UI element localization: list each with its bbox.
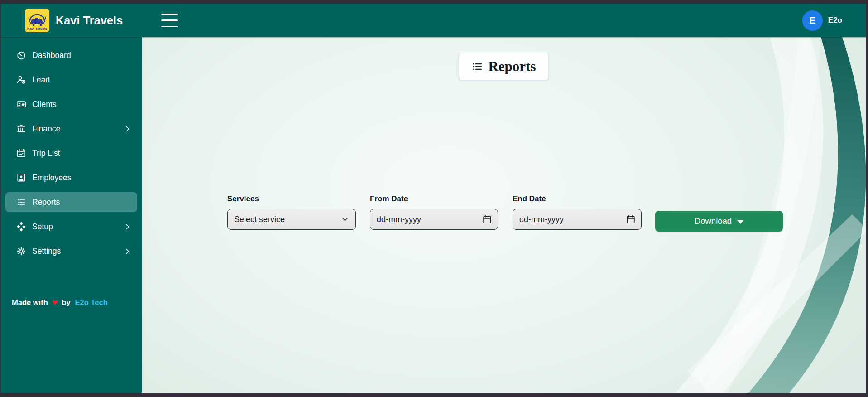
sidebar-item-label: Clients bbox=[32, 100, 57, 109]
download-button[interactable]: Download bbox=[655, 211, 783, 232]
bank-icon bbox=[16, 124, 26, 134]
sidebar-item-label: Trip List bbox=[32, 149, 60, 158]
brand-title: Kavi Travels bbox=[56, 14, 123, 27]
sidebar-item-setup[interactable]: Setup bbox=[5, 217, 137, 237]
topbar: Kavi Travels Kavi Travels E E2o bbox=[1, 4, 866, 37]
services-select[interactable]: Select service bbox=[227, 209, 356, 230]
chevron-right-icon bbox=[124, 248, 131, 255]
main-content: Reports Services Select service From Dat… bbox=[142, 37, 866, 393]
sidebar-item-label: Setup bbox=[32, 222, 53, 232]
caret-down-icon bbox=[737, 220, 743, 224]
sidebar-item-trip-list[interactable]: Trip List bbox=[5, 143, 137, 163]
sidebar-item-label: Employees bbox=[32, 173, 72, 183]
services-selected-value: Select service bbox=[234, 215, 341, 224]
app-window: Kavi Travels Kavi Travels E E2o Dashboar… bbox=[1, 4, 866, 393]
user-name[interactable]: E2o bbox=[828, 16, 842, 25]
person-down-icon bbox=[16, 75, 26, 85]
sidebar-item-finance[interactable]: Finance bbox=[5, 119, 137, 139]
sidebar-item-employees[interactable]: Employees bbox=[5, 168, 137, 188]
person-badge-icon bbox=[16, 173, 26, 183]
sidebar-item-reports[interactable]: Reports bbox=[5, 192, 137, 212]
credit-prefix: Made with bbox=[12, 298, 48, 307]
page-title: Reports bbox=[488, 58, 536, 75]
sidebar-item-label: Reports bbox=[32, 198, 60, 207]
diamond-grid-icon bbox=[16, 222, 26, 232]
calendar-chart-icon bbox=[16, 148, 26, 158]
person-vcard-icon bbox=[16, 99, 26, 109]
sidebar: Dashboard Lead bbox=[1, 37, 142, 393]
calendar-icon[interactable] bbox=[626, 214, 636, 224]
sidebar-item-settings[interactable]: Settings bbox=[5, 241, 137, 261]
credit-by: by bbox=[62, 298, 70, 307]
speedometer-icon bbox=[16, 50, 26, 60]
chevron-down-icon bbox=[341, 215, 349, 223]
brand-logo: Kavi Travels bbox=[25, 9, 49, 32]
gear-icon bbox=[16, 246, 26, 256]
credit-link[interactable]: E2o Tech bbox=[75, 298, 108, 307]
list-icon bbox=[471, 61, 483, 73]
end-date-input[interactable] bbox=[513, 209, 642, 230]
sidebar-item-lead[interactable]: Lead bbox=[5, 70, 137, 90]
hamburger-menu-icon[interactable] bbox=[161, 14, 178, 27]
from-date-input[interactable] bbox=[370, 209, 498, 230]
sidebar-footer-credit: Made with ❤ by E2o Tech bbox=[12, 298, 108, 307]
user-avatar[interactable]: E bbox=[802, 10, 823, 31]
list-icon bbox=[16, 197, 26, 207]
sidebar-item-label: Dashboard bbox=[32, 51, 71, 60]
services-label: Services bbox=[227, 194, 356, 203]
from-date-label: From Date bbox=[370, 194, 498, 203]
logo-text: Kavi Travels bbox=[27, 27, 47, 31]
sidebar-item-label: Finance bbox=[32, 124, 60, 134]
calendar-icon[interactable] bbox=[482, 214, 492, 224]
page-title-card: Reports bbox=[459, 53, 548, 80]
end-date-label: End Date bbox=[513, 194, 642, 203]
sidebar-item-dashboard[interactable]: Dashboard bbox=[5, 45, 137, 65]
heart-icon: ❤ bbox=[52, 299, 58, 307]
sidebar-item-clients[interactable]: Clients bbox=[5, 94, 137, 114]
chevron-right-icon bbox=[124, 126, 131, 132]
sidebar-item-label: Lead bbox=[32, 75, 50, 85]
sidebar-item-label: Settings bbox=[32, 247, 61, 256]
download-button-label: Download bbox=[695, 216, 732, 226]
chevron-right-icon bbox=[124, 223, 131, 230]
